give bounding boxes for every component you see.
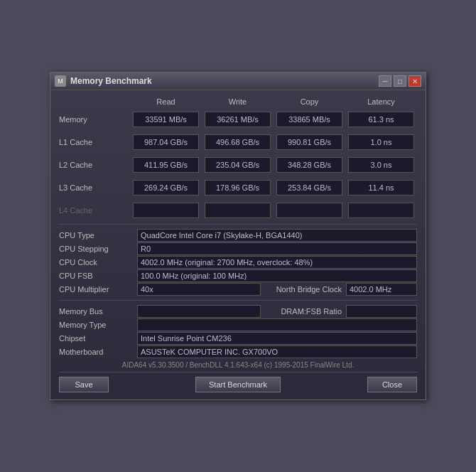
l3-latency-value: 11.4 ns — [348, 180, 414, 195]
dram-fsb-label: DRAM:FSB Ratio — [261, 307, 346, 316]
info-row-cpu-clock: CPU Clock 4002.0 MHz (original: 2700 MHz… — [59, 256, 417, 269]
memory-latency-value: 61.3 ns — [348, 112, 414, 127]
l2-copy-value: 348.28 GB/s — [276, 157, 342, 173]
info-row-memory-bus: Memory Bus DRAM:FSB Ratio — [59, 305, 417, 318]
content-area: Read Write Copy Latency Memory 33591 MB/… — [50, 90, 426, 399]
memory-copy-value: 33865 MB/s — [276, 112, 342, 127]
info-row-cpu-fsb: CPU FSB 100.0 MHz (original: 100 MHz) — [59, 269, 417, 282]
cpu-multiplier-label: CPU Multiplier — [59, 285, 137, 294]
l1-latency-cell: 1.0 ns — [345, 133, 417, 151]
info-row-cpu-stepping: CPU Stepping R0 — [59, 242, 417, 255]
l3-read-value: 269.24 GB/s — [133, 180, 199, 195]
l3-copy-cell: 253.84 GB/s — [274, 178, 345, 197]
bench-row-memory: Memory 33591 MB/s 36261 MB/s 33865 MB/s … — [59, 110, 417, 129]
col-label-empty — [59, 96, 130, 107]
l2-latency-cell: 3.0 ns — [345, 156, 417, 174]
info-row-cpu-multiplier: CPU Multiplier 40x North Bridge Clock 40… — [59, 283, 417, 296]
col-latency-label: Latency — [345, 96, 417, 107]
row-l1-label: L1 Cache — [59, 138, 130, 146]
l1-copy-cell: 990.81 GB/s — [274, 133, 345, 151]
memory-type-value — [137, 318, 417, 331]
main-window: M Memory Benchmark ─ □ ✕ Read Write Copy… — [50, 72, 426, 400]
window-icon: M — [55, 75, 66, 87]
memory-type-label: Memory Type — [59, 321, 137, 329]
motherboard-value: ASUSTeK COMPUTER INC. GX700VO — [137, 345, 417, 358]
l4-read-value — [133, 203, 199, 218]
row-memory-label: Memory — [59, 115, 130, 124]
l1-copy-value: 990.81 GB/s — [276, 134, 342, 150]
row-l2-label: L2 Cache — [59, 161, 130, 169]
row-l3-label: L3 Cache — [59, 183, 130, 192]
dram-fsb-value — [346, 305, 417, 318]
cpu-stepping-value: R0 — [137, 242, 417, 255]
col-write-label: Write — [202, 96, 274, 107]
l3-write-value: 178.96 GB/s — [205, 180, 271, 195]
l3-write-cell: 178.96 GB/s — [202, 178, 274, 197]
l1-read-value: 987.04 GB/s — [133, 134, 199, 150]
l1-latency-value: 1.0 ns — [348, 134, 414, 150]
maximize-button[interactable]: □ — [394, 75, 406, 87]
cpu-stepping-label: CPU Stepping — [59, 245, 137, 253]
cpu-type-label: CPU Type — [59, 231, 137, 240]
info-row-chipset: Chipset Intel Sunrise Point CM236 — [59, 332, 417, 345]
bench-row-l4: L4 Cache — [59, 201, 417, 220]
l4-latency-cell — [345, 201, 417, 220]
cpu-clock-value: 4002.0 MHz (original: 2700 MHz, overcloc… — [137, 256, 417, 269]
cpu-type-value: QuadCore Intel Core i7 (Skylake-H, BGA14… — [137, 229, 417, 242]
memory-write-cell: 36261 MB/s — [202, 110, 274, 129]
motherboard-label: Motherboard — [59, 348, 137, 356]
title-bar: M Memory Benchmark ─ □ ✕ — [50, 73, 426, 90]
cpu-fsb-label: CPU FSB — [59, 272, 137, 280]
bench-row-l1: L1 Cache 987.04 GB/s 496.68 GB/s 990.81 … — [59, 133, 417, 151]
button-bar: Save Start Benchmark Close — [59, 372, 417, 395]
l4-write-value — [205, 203, 271, 218]
minimize-button[interactable]: ─ — [379, 75, 391, 87]
close-button[interactable]: Close — [367, 377, 417, 392]
l3-read-cell: 269.24 GB/s — [130, 178, 202, 197]
nb-clock-label: North Bridge Clock — [261, 285, 346, 294]
title-bar-left: M Memory Benchmark — [55, 75, 152, 87]
col-copy-label: Copy — [274, 96, 345, 107]
memory-bus-value — [137, 305, 261, 318]
memory-read-cell: 33591 MB/s — [130, 110, 202, 129]
cpu-multiplier-value: 40x — [137, 283, 261, 296]
memory-read-value: 33591 MB/s — [133, 112, 199, 127]
memory-write-value: 36261 MB/s — [205, 112, 271, 127]
divider-1 — [59, 224, 417, 225]
info-row-memory-type: Memory Type — [59, 318, 417, 331]
bench-row-l2: L2 Cache 411.95 GB/s 235.04 GB/s 348.28 … — [59, 156, 417, 174]
l1-write-cell: 496.68 GB/s — [202, 133, 274, 151]
memory-copy-cell: 33865 MB/s — [274, 110, 345, 129]
info-row-cpu-type: CPU Type QuadCore Intel Core i7 (Skylake… — [59, 229, 417, 242]
l4-copy-value — [276, 203, 342, 218]
l4-write-cell — [202, 201, 274, 220]
cpu-fsb-value: 100.0 MHz (original: 100 MHz) — [137, 269, 417, 282]
l3-latency-cell: 11.4 ns — [345, 178, 417, 197]
bench-row-l3: L3 Cache 269.24 GB/s 178.96 GB/s 253.84 … — [59, 178, 417, 197]
title-controls: ─ □ ✕ — [379, 75, 421, 87]
bench-header: Read Write Copy Latency — [59, 96, 417, 107]
l1-write-value: 496.68 GB/s — [205, 134, 271, 150]
row-l4-label: L4 Cache — [59, 206, 130, 215]
l2-write-value: 235.04 GB/s — [205, 157, 271, 173]
save-button[interactable]: Save — [59, 377, 109, 392]
divider-2 — [59, 300, 417, 301]
footer-text: AIDA64 v5.30.3500 / BenchDLL 4.1.643-x64… — [59, 361, 417, 369]
l4-copy-cell — [274, 201, 345, 220]
chipset-label: Chipset — [59, 334, 137, 343]
l4-read-cell — [130, 201, 202, 220]
l1-read-cell: 987.04 GB/s — [130, 133, 202, 151]
memory-latency-cell: 61.3 ns — [345, 110, 417, 129]
l2-read-cell: 411.95 GB/s — [130, 156, 202, 174]
chipset-value: Intel Sunrise Point CM236 — [137, 332, 417, 345]
l2-latency-value: 3.0 ns — [348, 157, 414, 173]
start-benchmark-button[interactable]: Start Benchmark — [195, 377, 281, 392]
l2-write-cell: 235.04 GB/s — [202, 156, 274, 174]
window-title: Memory Benchmark — [70, 76, 152, 86]
info-row-motherboard: Motherboard ASUSTeK COMPUTER INC. GX700V… — [59, 345, 417, 358]
l4-latency-value — [348, 203, 414, 218]
nb-clock-value: 4002.0 MHz — [346, 283, 417, 296]
close-window-button[interactable]: ✕ — [409, 75, 421, 87]
l3-copy-value: 253.84 GB/s — [276, 180, 342, 195]
memory-bus-label: Memory Bus — [59, 307, 137, 316]
